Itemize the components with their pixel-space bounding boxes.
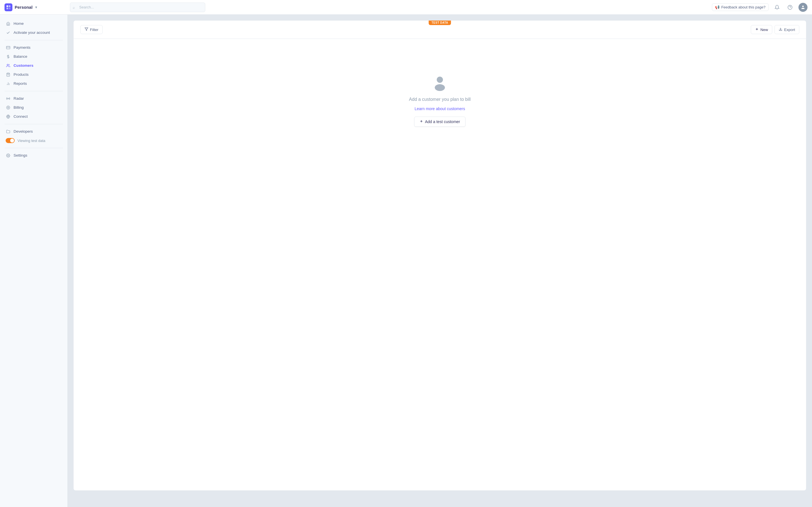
brand-logo[interactable]: Personal ▾ xyxy=(4,3,66,11)
test-data-toggle[interactable] xyxy=(6,138,15,143)
toolbar-left: Filter xyxy=(80,25,103,34)
export-icon xyxy=(779,27,782,32)
export-label: Export xyxy=(784,27,795,32)
export-button[interactable]: Export xyxy=(774,25,799,34)
sidebar-activate-label: Activate your account xyxy=(13,31,50,35)
sidebar-customers-label: Customers xyxy=(13,64,34,68)
sidebar-reports-label: Reports xyxy=(13,82,27,86)
filter-label: Filter xyxy=(90,27,98,32)
sidebar-section-settings: Settings xyxy=(0,151,67,160)
sidebar-item-payments[interactable]: Payments xyxy=(0,43,67,52)
new-label: New xyxy=(760,27,768,32)
help-button[interactable] xyxy=(785,3,795,12)
sidebar-item-activate[interactable]: Activate your account xyxy=(0,28,67,37)
sidebar-connect-label: Connect xyxy=(13,115,28,119)
feedback-label: Feedback about this page? xyxy=(721,5,765,9)
sidebar-section-4: Developers Viewing test data xyxy=(0,127,67,145)
sidebar-item-settings[interactable]: Settings xyxy=(0,151,67,160)
svg-marker-21 xyxy=(85,28,88,31)
brand-caret: ▾ xyxy=(35,5,37,9)
sidebar-section-1: Home Activate your account xyxy=(0,19,67,37)
sidebar-products-label: Products xyxy=(13,73,29,76)
sidebar-item-billing[interactable]: Billing xyxy=(0,103,67,112)
empty-state-title: Add a customer you plan to bill xyxy=(409,97,471,102)
top-nav-right: 📢 Feedback about this page? xyxy=(712,3,808,12)
sidebar: Home Activate your account xyxy=(0,15,68,507)
svg-point-15 xyxy=(8,98,8,99)
sidebar-section-2: Payments Balance xyxy=(0,43,67,88)
home-icon xyxy=(6,21,11,26)
app-layout: Home Activate your account xyxy=(0,15,812,507)
learn-more-link[interactable]: Learn more about customers xyxy=(415,107,465,111)
add-test-customer-button[interactable]: Add a test customer xyxy=(414,117,465,127)
settings-icon xyxy=(6,153,11,158)
sidebar-divider-2 xyxy=(4,91,63,91)
search-bar: ⌕ xyxy=(70,3,205,12)
svg-point-10 xyxy=(7,64,8,66)
main-content: TEST DATA Filter xyxy=(68,15,812,507)
svg-point-26 xyxy=(435,84,445,91)
search-icon: ⌕ xyxy=(73,5,75,9)
toggle-knob xyxy=(10,138,14,143)
products-icon xyxy=(6,72,11,77)
sidebar-section-3: Radar Billing xyxy=(0,94,67,121)
svg-rect-1 xyxy=(9,5,10,7)
feedback-icon: 📢 xyxy=(715,5,719,9)
svg-rect-3 xyxy=(9,8,10,9)
plus-icon xyxy=(755,27,759,32)
activate-icon xyxy=(6,30,11,35)
test-data-label: Viewing test data xyxy=(17,138,45,143)
test-data-row: Viewing test data xyxy=(0,136,67,145)
sidebar-radar-label: Radar xyxy=(13,97,24,101)
sidebar-billing-label: Billing xyxy=(13,106,24,110)
svg-point-20 xyxy=(8,155,9,156)
user-avatar[interactable] xyxy=(799,3,808,12)
filter-button[interactable]: Filter xyxy=(80,25,103,34)
sidebar-divider-1 xyxy=(4,40,63,40)
sidebar-item-products[interactable]: Products xyxy=(0,70,67,79)
new-button[interactable]: New xyxy=(751,25,772,34)
empty-state: Add a customer you plan to bill Learn mo… xyxy=(73,39,806,149)
sidebar-item-connect[interactable]: Connect xyxy=(0,112,67,121)
svg-point-16 xyxy=(6,106,10,109)
balance-icon xyxy=(6,54,11,59)
feedback-button[interactable]: 📢 Feedback about this page? xyxy=(712,3,769,11)
connect-icon xyxy=(6,114,11,119)
svg-rect-0 xyxy=(6,5,8,7)
page-container: TEST DATA Filter xyxy=(73,20,806,491)
sidebar-item-balance[interactable]: Balance xyxy=(0,52,67,61)
sidebar-divider-4 xyxy=(4,148,63,148)
brand-name: Personal xyxy=(15,5,33,10)
sidebar-item-developers[interactable]: Developers xyxy=(0,127,67,136)
top-nav: Personal ▾ ⌕ 📢 Feedback about this page? xyxy=(0,0,812,15)
radar-icon xyxy=(6,96,11,101)
svg-point-25 xyxy=(437,76,443,83)
add-test-customer-label: Add a test customer xyxy=(425,119,460,124)
sidebar-developers-label: Developers xyxy=(13,129,33,133)
sidebar-item-home[interactable]: Home xyxy=(0,19,67,28)
search-input[interactable] xyxy=(70,3,205,12)
svg-rect-7 xyxy=(6,46,10,49)
toolbar-right: New Export xyxy=(751,25,799,34)
filter-icon xyxy=(85,27,88,32)
customers-icon xyxy=(6,63,11,68)
developers-icon xyxy=(6,129,11,134)
empty-state-icon xyxy=(430,73,450,93)
billing-icon xyxy=(6,105,11,110)
sidebar-settings-label: Settings xyxy=(13,154,28,158)
svg-rect-2 xyxy=(6,8,8,9)
notifications-button[interactable] xyxy=(772,3,781,12)
brand-icon xyxy=(4,3,12,11)
sidebar-item-reports[interactable]: Reports xyxy=(0,79,67,88)
svg-point-17 xyxy=(8,107,9,108)
svg-point-6 xyxy=(802,6,804,7)
sidebar-item-radar[interactable]: Radar xyxy=(0,94,67,103)
reports-icon xyxy=(6,81,11,86)
sidebar-payments-label: Payments xyxy=(13,46,31,50)
sidebar-home-label: Home xyxy=(13,22,24,25)
sidebar-item-customers[interactable]: Customers xyxy=(0,61,67,70)
sidebar-balance-label: Balance xyxy=(13,55,28,59)
test-data-banner: TEST DATA xyxy=(428,20,451,25)
add-icon xyxy=(419,119,423,124)
payments-icon xyxy=(6,45,11,50)
